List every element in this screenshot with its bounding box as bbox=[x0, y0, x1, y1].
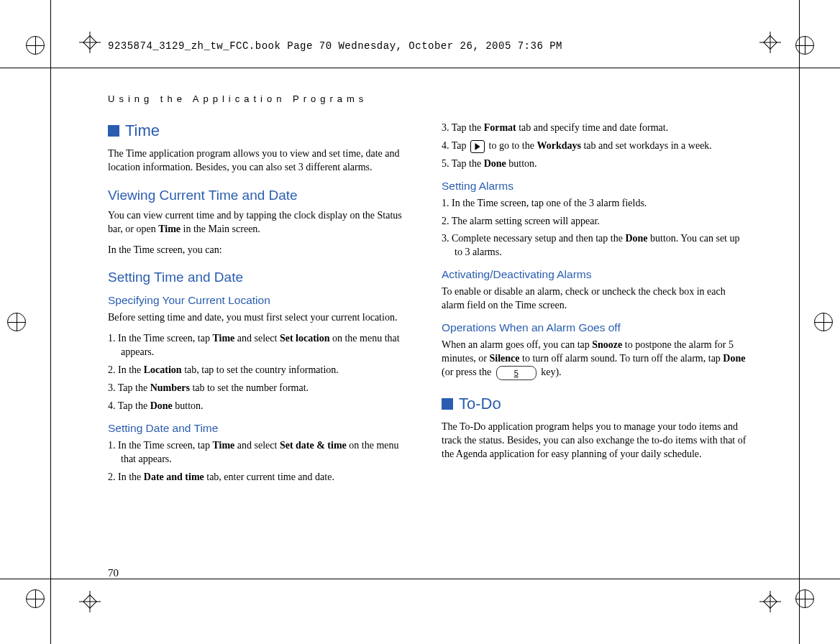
subsub-setting-date-time: Setting Date and Time bbox=[108, 422, 413, 435]
activating-p: To enable or disable an alarm, check or … bbox=[442, 285, 747, 313]
subheading-setting-time-date: Setting Time and Date bbox=[108, 270, 413, 285]
alarm-operations-p: When an alarm goes off, you can tap Snoo… bbox=[442, 339, 747, 380]
subsub-setting-alarms: Setting Alarms bbox=[442, 180, 747, 193]
bold-term: Done bbox=[150, 400, 173, 411]
list-item: 1. In the Time screen, tap one of the 3 … bbox=[442, 197, 747, 211]
text-span: tab to set the number format. bbox=[190, 382, 309, 393]
subsub-alarm-operations: Operations When an Alarm Goes off bbox=[442, 321, 747, 334]
text-span: in the Main screen. bbox=[181, 224, 260, 234]
section-heading-time-label: Time bbox=[125, 121, 160, 140]
text-span: (or press the bbox=[442, 367, 494, 377]
viewing-p2: In the Time screen, you can: bbox=[108, 244, 413, 257]
bold-term: Format bbox=[484, 122, 516, 133]
list-item: 3. Tap the Format tab and specify time a… bbox=[442, 121, 747, 135]
date-time-steps-continued: 3. Tap the Format tab and specify time a… bbox=[442, 121, 747, 171]
crop-cross-bottom-right bbox=[759, 591, 781, 612]
text-span: key). bbox=[539, 367, 562, 377]
two-column-layout: Time The Time application program allows… bbox=[108, 121, 747, 488]
text-span: tab, tap to set the country information. bbox=[182, 364, 339, 375]
location-intro: Before setting time and date, you must f… bbox=[108, 311, 413, 325]
subheading-viewing-time-date: Viewing Current Time and Date bbox=[108, 188, 413, 203]
square-bullet-icon bbox=[108, 125, 119, 137]
text-span: 2. In the bbox=[108, 364, 144, 375]
page-number: 70 bbox=[108, 567, 119, 579]
column-left: Time The Time application program allows… bbox=[108, 121, 413, 488]
text-span: When an alarm goes off, you can tap bbox=[442, 339, 592, 350]
section-heading-time: Time bbox=[108, 121, 413, 140]
list-item: 2. The alarm setting screen will appear. bbox=[442, 215, 747, 229]
text-span: to turn off alarm sound. To turn off the… bbox=[520, 353, 723, 364]
registration-mark-tl bbox=[26, 36, 45, 55]
text-span: tab and set workdays in a week. bbox=[581, 140, 712, 151]
text-span: 1. In the Time screen, tap bbox=[108, 440, 212, 451]
date-time-steps: 1. In the Time screen, tap Time and sele… bbox=[108, 439, 413, 484]
text-span: tab, enter current time and date. bbox=[204, 472, 334, 482]
section-heading-todo-label: To-Do bbox=[459, 395, 501, 413]
text-span: button. bbox=[173, 400, 204, 411]
bold-term: Time bbox=[212, 440, 234, 451]
subsub-activating-alarms: Activating/Deactivating Alarms bbox=[442, 268, 747, 281]
page-content: Using the Application Programs Time The … bbox=[108, 93, 747, 579]
book-header: 9235874_3129_zh_tw_FCC.book Page 70 Wedn… bbox=[108, 40, 562, 52]
list-item: 4. Tap the Done button. bbox=[108, 400, 413, 413]
list-item: 3. Tap the Numbers tab to set the number… bbox=[108, 382, 413, 395]
text-span: 4. Tap the bbox=[108, 400, 150, 411]
text-span: 4. Tap bbox=[442, 140, 469, 151]
rule-left bbox=[50, 0, 51, 644]
crop-cross-top-left bbox=[79, 32, 101, 53]
text-span: 1. In the Time screen, tap bbox=[108, 333, 212, 344]
rule-top bbox=[0, 68, 840, 68]
key-5-icon: 5 bbox=[496, 366, 537, 380]
arrow-right-icon bbox=[470, 140, 485, 153]
alarms-steps: 1. In the Time screen, tap one of the 3 … bbox=[442, 197, 747, 260]
bold-term: Time bbox=[212, 333, 234, 344]
crop-cross-bottom-left bbox=[79, 591, 101, 612]
rule-right bbox=[799, 0, 800, 644]
location-steps: 1. In the Time screen, tap Time and sele… bbox=[108, 332, 413, 413]
list-item: 1. In the Time screen, tap Time and sele… bbox=[108, 332, 413, 359]
bold-term: Location bbox=[144, 364, 182, 375]
bold-term: Silence bbox=[490, 353, 520, 364]
bold-term: Done bbox=[484, 158, 506, 169]
text-span: 2. In the bbox=[108, 472, 144, 482]
bold-term: Snooze bbox=[592, 339, 622, 350]
text-span: tab and specify time and date format. bbox=[516, 122, 668, 133]
registration-mark-br bbox=[795, 589, 814, 608]
viewing-p1: You can view current time and by tapping… bbox=[108, 209, 413, 236]
bold-term: Workdays bbox=[537, 140, 580, 151]
text-span: 3. Tap the bbox=[442, 122, 484, 133]
bold-term: Done bbox=[723, 353, 745, 364]
list-item: 1. In the Time screen, tap Time and sele… bbox=[108, 439, 413, 466]
text-span: 3. Complete necessary setup and then tap… bbox=[442, 233, 625, 244]
crop-cross-top-right bbox=[759, 32, 781, 53]
running-head: Using the Application Programs bbox=[108, 93, 747, 104]
square-bullet-icon bbox=[442, 398, 453, 410]
registration-mark-tr bbox=[795, 36, 814, 55]
section-heading-todo: To-Do bbox=[442, 395, 747, 413]
text-span: and select bbox=[234, 333, 280, 344]
registration-mark-ml bbox=[7, 313, 26, 331]
text-span: button. bbox=[506, 158, 537, 169]
todo-intro: The To-Do application program helps you … bbox=[442, 420, 747, 461]
column-right: 3. Tap the Format tab and specify time a… bbox=[442, 121, 747, 488]
bold-term: Numbers bbox=[150, 382, 190, 393]
list-item: 2. In the Location tab, tap to set the c… bbox=[108, 364, 413, 377]
list-item: 4. Tap to go to the Workdays tab and set… bbox=[442, 139, 747, 153]
subsub-specifying-location: Specifying Your Current Location bbox=[108, 294, 413, 307]
list-item: 5. Tap the Done button. bbox=[442, 157, 747, 171]
registration-mark-mr bbox=[814, 313, 833, 331]
text-span: and select bbox=[234, 440, 280, 451]
registration-mark-bl bbox=[26, 589, 45, 608]
text-span: 5. Tap the bbox=[442, 158, 484, 169]
list-item: 2. In the Date and time tab, enter curre… bbox=[108, 471, 413, 484]
time-intro: The Time application program allows you … bbox=[108, 147, 413, 175]
text-span: 3. Tap the bbox=[108, 382, 150, 393]
bold-term: Set date & time bbox=[280, 440, 347, 451]
bold-term: Set location bbox=[280, 333, 330, 344]
list-item: 3. Complete necessary setup and then tap… bbox=[442, 232, 747, 259]
text-span: to go to the bbox=[486, 140, 537, 151]
bold-term: Date and time bbox=[144, 472, 204, 482]
bold-term-time: Time bbox=[158, 224, 181, 234]
bold-term: Done bbox=[625, 233, 647, 244]
